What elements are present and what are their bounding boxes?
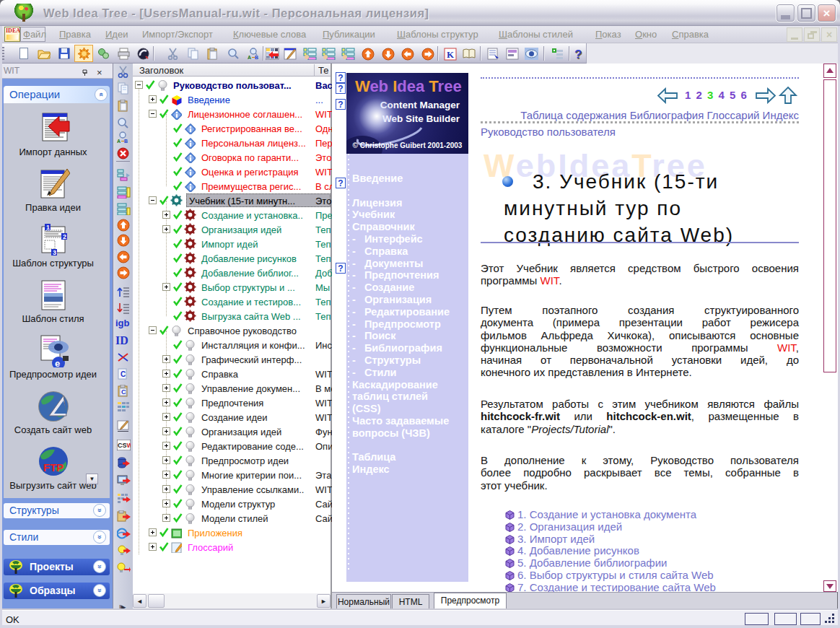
svg-text:1: 1 [46, 224, 50, 231]
svg-text:C: C [121, 370, 126, 378]
svg-text:FTP: FTP [43, 461, 64, 474]
svg-text:B: B [255, 55, 258, 60]
svg-text:C: C [121, 388, 126, 396]
svg-text:A: A [248, 55, 251, 60]
svg-text:3: 3 [53, 249, 56, 256]
svg-text:B: B [124, 139, 128, 144]
svg-text:A: A [117, 139, 121, 144]
svg-text:K: K [447, 49, 455, 60]
svg-text:2: 2 [63, 233, 66, 240]
svg-text:CSW: CSW [118, 442, 131, 449]
svg-text:e: e [55, 358, 60, 367]
